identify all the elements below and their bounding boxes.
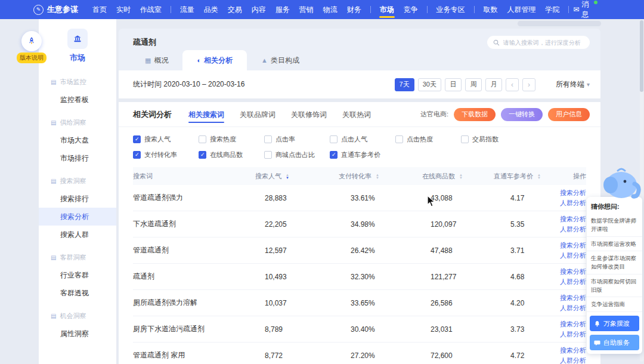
analysis-tab[interactable]: ▲ 类目构成: [247, 50, 314, 70]
prev-arrow-button[interactable]: ‹: [506, 78, 519, 91]
nav-item[interactable]: 交易: [223, 0, 247, 19]
column-header-popularity[interactable]: 搜索人气 ▲▼: [255, 172, 339, 181]
metric-checkbox[interactable]: 直通车参考价: [330, 150, 395, 159]
nav-item[interactable]: 内容: [247, 0, 271, 19]
word-type-tab[interactable]: 相关搜索词: [188, 102, 224, 127]
metric-checkbox[interactable]: 点击人气: [330, 135, 395, 144]
crowd-analysis-link[interactable]: 人群分析: [559, 198, 586, 208]
sidebar-item[interactable]: 市场监控: [39, 73, 116, 91]
sidebar-item[interactable]: 供给洞察: [39, 113, 116, 131]
sidebar-item[interactable]: 搜索人群: [39, 226, 116, 243]
nav-item[interactable]: [427, 6, 428, 13]
nav-item[interactable]: [171, 6, 171, 13]
scrollbar-thumb[interactable]: [640, 20, 643, 92]
period-button[interactable]: 月: [485, 78, 502, 91]
next-arrow-button[interactable]: ›: [522, 78, 535, 91]
period-button[interactable]: 日: [445, 78, 462, 91]
horizontal-scrollbar[interactable]: [518, 21, 601, 26]
period-button[interactable]: 30天: [418, 78, 441, 91]
crowd-analysis-link[interactable]: 人群分析: [559, 224, 586, 235]
wanxiang-service-button[interactable]: 万象摆渡: [590, 316, 639, 331]
crowd-analysis-link[interactable]: 人群分析: [559, 251, 586, 261]
crowd-analysis-link[interactable]: 人群分析: [559, 277, 586, 287]
assistant-question-link[interactable]: 数据学院金牌讲师开课啦: [587, 214, 642, 237]
nav-item[interactable]: 服务: [271, 0, 295, 19]
assistant-question-link[interactable]: 市场洞察运营攻略: [587, 237, 642, 252]
version-notes-badge[interactable]: 版本说明: [16, 31, 47, 63]
analysis-tab[interactable]: ◐ 相关分析: [182, 50, 247, 70]
assistant-question-link[interactable]: 生意参谋市场洞察如何修改类目: [587, 251, 642, 274]
analysis-tab[interactable]: ▦ 概况: [131, 50, 182, 70]
nav-item[interactable]: 人群管理: [502, 0, 540, 19]
search-analysis-link[interactable]: 搜索分析: [559, 319, 586, 329]
nav-item[interactable]: 业务专区: [432, 0, 470, 19]
column-header-ppc[interactable]: 直通车参考价 ▲▼: [494, 172, 559, 181]
crowd-analysis-link[interactable]: 人群分析: [559, 329, 586, 340]
nav-item[interactable]: 营销: [295, 0, 318, 19]
period-button[interactable]: 7天: [395, 78, 414, 91]
sidebar-item[interactable]: 机会洞察: [39, 307, 116, 325]
nav-item[interactable]: 竞争: [399, 0, 423, 19]
nav-item[interactable]: 学院: [540, 0, 564, 19]
nav-item[interactable]: 市场: [375, 0, 399, 19]
sort-icon[interactable]: ▲▼: [286, 174, 289, 180]
nav-item[interactable]: [568, 6, 569, 13]
metric-checkbox[interactable]: 在线商品数: [199, 150, 264, 159]
sidebar-item[interactable]: 搜索洞察: [39, 172, 116, 190]
user-info-button[interactable]: 用户信息: [548, 108, 590, 121]
metric-checkbox[interactable]: 支付转化率: [133, 150, 199, 159]
crowd-analysis-link[interactable]: 人群分析: [559, 303, 586, 313]
keyword-search-box[interactable]: [487, 36, 590, 49]
nav-item[interactable]: 财务: [342, 0, 366, 19]
search-analysis-link[interactable]: 搜索分析: [559, 346, 586, 356]
sidebar-item[interactable]: 属性洞察: [39, 325, 116, 343]
nav-item[interactable]: 首页: [88, 0, 112, 19]
elephant-mascot[interactable]: [595, 167, 642, 202]
sort-icon[interactable]: ▲▼: [459, 174, 463, 180]
nav-item[interactable]: 取数: [478, 0, 502, 19]
nav-item[interactable]: [370, 6, 371, 13]
metric-checkbox[interactable]: 商城点击占比: [264, 150, 330, 159]
column-header-conversion[interactable]: 支付转化率 ▲▼: [339, 172, 422, 181]
nav-item[interactable]: 作战室: [135, 0, 166, 19]
period-button[interactable]: 周: [465, 78, 482, 91]
word-type-tab[interactable]: 关联热词: [342, 102, 371, 127]
nav-item[interactable]: 实时: [112, 0, 135, 19]
app-logo[interactable]: ✎ 生意参谋: [33, 4, 78, 15]
word-type-tab[interactable]: 关联修饰词: [291, 102, 327, 127]
metric-checkbox[interactable]: 搜索热度: [199, 135, 264, 144]
crowd-analysis-link[interactable]: 人群分析: [559, 356, 586, 364]
search-analysis-link[interactable]: 搜索分析: [559, 214, 586, 224]
sidebar-item[interactable]: 客群洞察: [39, 248, 116, 266]
metric-checkbox[interactable]: 点击率: [264, 135, 330, 144]
metric-checkbox[interactable]: 点击热度: [395, 135, 461, 144]
one-key-convert-button[interactable]: 一键转换: [501, 108, 543, 121]
search-analysis-link[interactable]: 搜索分析: [559, 267, 586, 277]
sidebar-item[interactable]: 行业客群: [39, 266, 116, 284]
sidebar-item[interactable]: 搜索排行: [39, 190, 116, 208]
nav-item[interactable]: 物流: [318, 0, 342, 19]
sort-icon[interactable]: ▲▼: [376, 174, 379, 180]
search-analysis-link[interactable]: 搜索分析: [559, 188, 586, 198]
search-analysis-link[interactable]: 搜索分析: [559, 240, 586, 251]
sidebar-item[interactable]: 市场大盘: [39, 131, 116, 149]
search-input[interactable]: [503, 39, 584, 46]
metric-checkbox[interactable]: 搜索人气: [133, 135, 199, 144]
metric-checkbox[interactable]: 交易指数: [461, 135, 527, 144]
search-analysis-link[interactable]: 搜索分析: [559, 293, 586, 303]
sidebar-item[interactable]: 监控看板: [39, 91, 116, 109]
nav-item[interactable]: 品类: [199, 0, 223, 19]
assistant-question-link[interactable]: 竞争运营指南: [587, 297, 642, 312]
column-header-products[interactable]: 在线商品数 ▲▼: [422, 172, 494, 181]
sidebar-item[interactable]: 搜索分析: [39, 208, 116, 226]
nav-item[interactable]: 流量: [175, 0, 199, 19]
nav-messages[interactable]: ✉ 消息: [573, 0, 593, 20]
sidebar-item[interactable]: 客群透视: [39, 284, 116, 302]
sort-icon[interactable]: ▲▼: [537, 174, 541, 180]
assistant-question-link[interactable]: 市场洞察如何切回旧版: [587, 274, 642, 298]
word-type-tab[interactable]: 关联品牌词: [240, 102, 275, 127]
self-service-button[interactable]: 自助服务: [590, 335, 639, 350]
download-data-button[interactable]: 下载数据: [454, 108, 496, 121]
sidebar-item[interactable]: 市场排行: [39, 149, 116, 167]
terminal-dropdown[interactable]: 所有终端 ▾: [556, 79, 590, 90]
